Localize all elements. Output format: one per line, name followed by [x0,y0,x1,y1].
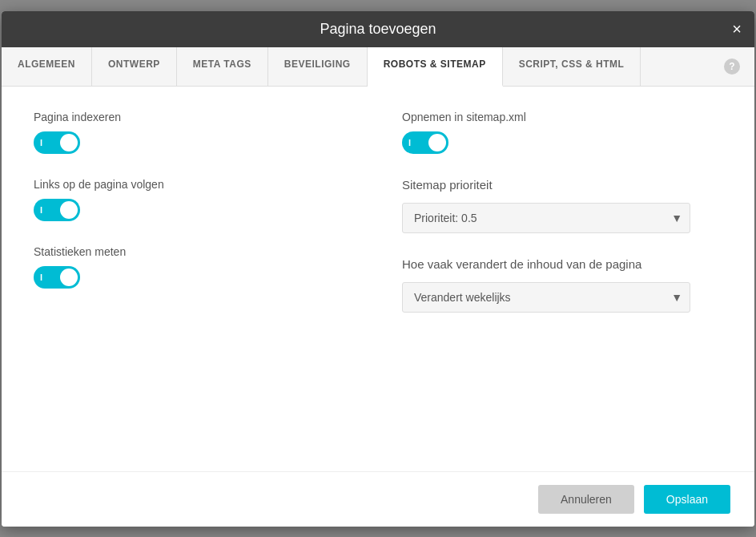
frequency-select-wrap: Verandert altijd Verandert per uur Veran… [402,282,690,313]
frequency-select[interactable]: Verandert altijd Verandert per uur Veran… [402,282,690,313]
modal-header: Pagina toevoegen × [2,11,754,47]
field-volgen: Links op de pagina volgen I [34,178,354,221]
field-priority: Sitemap prioriteit Prioriteit: 0.1 Prior… [402,178,722,233]
toggle-indexeren-wrap: I [34,131,80,154]
modal-footer: Annuleren Opslaan [2,471,754,527]
field-indexeren: Pagina indexeren I [34,111,354,154]
cancel-button[interactable]: Annuleren [538,485,634,514]
field-frequency: Hoe vaak verandert de inhoud van de pagi… [402,257,722,313]
frequency-label: Hoe vaak verandert de inhoud van de pagi… [402,257,722,271]
toggle-statistieken-slider: I [34,266,80,289]
field-statistieken-label: Statistieken meten [34,245,354,258]
field-sitemap: Opnemen in sitemap.xml I [402,111,722,154]
field-volgen-label: Links op de pagina volgen [34,178,354,191]
tab-beveiliging[interactable]: BEVEILIGING [268,47,368,86]
field-indexeren-label: Pagina indexeren [34,111,354,123]
modal-body: Pagina indexeren I Links op de pagina vo… [2,87,754,471]
save-button[interactable]: Opslaan [644,485,730,514]
toggle-volgen[interactable]: I [34,199,80,221]
toggle-sitemap[interactable]: I [402,131,448,154]
tab-ontwerp[interactable]: ONTWERP [92,47,177,86]
toggle-statistieken[interactable]: I [34,266,80,289]
toggle-indexeren[interactable]: I [34,131,80,154]
tab-meta-tags[interactable]: META TAGS [177,47,268,86]
toggle-sitemap-wrap: I [402,131,448,154]
right-column: Opnemen in sitemap.xml I Sitemap priorit… [402,111,722,337]
tab-robots-sitemap[interactable]: ROBOTS & SITEMAP [368,47,503,87]
content-columns: Pagina indexeren I Links op de pagina vo… [34,111,722,337]
priority-select-wrap: Prioriteit: 0.1 Prioriteit: 0.2 Priorite… [402,203,690,233]
modal-title: Pagina toevoegen [320,21,436,38]
left-column: Pagina indexeren I Links op de pagina vo… [34,111,354,337]
toggle-volgen-slider: I [34,199,80,221]
toggle-statistieken-wrap: I [34,266,80,289]
priority-label: Sitemap prioriteit [402,178,722,192]
modal: Pagina toevoegen × ALGEMEEN ONTWERP META… [2,11,754,527]
priority-select[interactable]: Prioriteit: 0.1 Prioriteit: 0.2 Priorite… [402,203,690,233]
help-icon: ? [724,59,740,75]
field-statistieken: Statistieken meten I [34,245,354,289]
field-sitemap-label: Opnemen in sitemap.xml [402,111,722,123]
tab-script-css-html[interactable]: SCRIPT, CSS & HTML [503,47,641,86]
close-button[interactable]: × [732,21,742,37]
toggle-indexeren-slider: I [34,131,80,154]
toggle-volgen-wrap: I [34,199,80,221]
tab-bar: ALGEMEEN ONTWERP META TAGS BEVEILIGING R… [2,47,754,87]
tab-help[interactable]: ? [710,47,754,86]
toggle-sitemap-slider: I [402,131,448,154]
tab-algemeen[interactable]: ALGEMEEN [2,47,92,86]
